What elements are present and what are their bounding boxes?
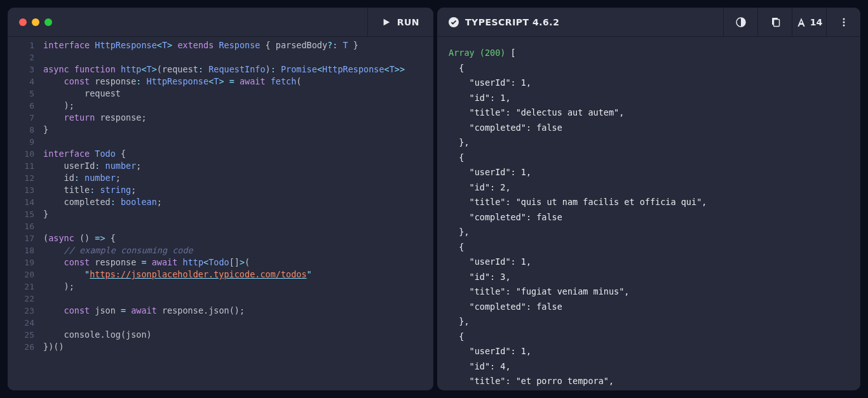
- output-panel: TYPESCRIPT 4.6.2 14 Array (200) [ { "use: [437, 8, 860, 390]
- code-content[interactable]: interface HttpResponse<T> extends Respon…: [43, 39, 433, 390]
- font-icon: [796, 17, 806, 27]
- kebab-menu-icon: [839, 17, 849, 27]
- close-icon[interactable]: [19, 18, 27, 26]
- output-header: TYPESCRIPT 4.6.2 14: [437, 8, 860, 37]
- svg-point-4: [843, 18, 844, 20]
- copy-button[interactable]: [757, 8, 792, 36]
- minimize-icon[interactable]: [32, 18, 39, 26]
- maximize-icon[interactable]: [44, 18, 52, 26]
- svg-point-6: [843, 24, 844, 26]
- contrast-icon: [736, 17, 746, 27]
- copy-icon: [770, 17, 780, 27]
- svg-rect-3: [773, 19, 779, 26]
- run-button-label: RUN: [397, 17, 419, 27]
- output-content[interactable]: Array (200) [ { "userId": 1, "id": 1, "t…: [437, 37, 860, 390]
- play-icon: [382, 18, 391, 27]
- editor-header: RUN: [8, 8, 433, 37]
- theme-toggle-button[interactable]: [723, 8, 757, 36]
- menu-button[interactable]: [826, 8, 860, 36]
- editor-panel: RUN 123456789101112131415161718192021222…: [8, 8, 433, 390]
- check-circle-icon: [449, 17, 459, 27]
- output-toolbar: 14: [723, 8, 860, 36]
- font-size-value: 14: [810, 17, 822, 27]
- line-numbers: 1234567891011121314151617181920212223242…: [8, 39, 43, 390]
- font-size-button[interactable]: 14: [792, 8, 826, 36]
- app-root: RUN 123456789101112131415161718192021222…: [8, 8, 860, 390]
- language-label[interactable]: TYPESCRIPT 4.6.2: [437, 17, 723, 27]
- svg-point-5: [843, 21, 844, 23]
- language-label-text: TYPESCRIPT 4.6.2: [465, 17, 559, 27]
- window-controls: [8, 18, 367, 26]
- code-editor[interactable]: 1234567891011121314151617181920212223242…: [8, 37, 433, 390]
- run-button[interactable]: RUN: [367, 8, 433, 36]
